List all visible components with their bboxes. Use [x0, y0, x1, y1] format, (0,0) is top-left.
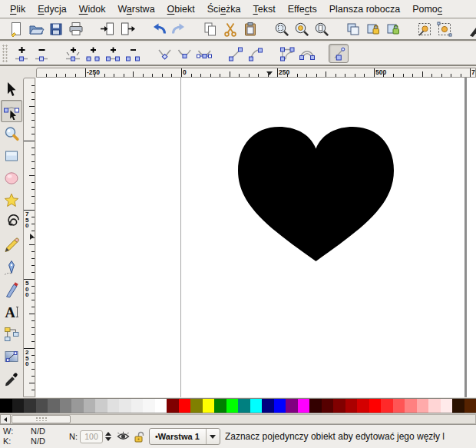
edit-clone-icon[interactable]	[435, 20, 455, 39]
palette-swatch[interactable]	[309, 399, 322, 413]
drawing-canvas[interactable]	[36, 78, 476, 397]
palette-swatch[interactable]	[155, 399, 167, 413]
heart-shape[interactable]	[238, 127, 394, 261]
join-with-segment-icon[interactable]	[103, 44, 123, 63]
spin-down-icon[interactable]	[105, 437, 111, 441]
horizontal-ruler[interactable]: -2500250500750	[36, 68, 476, 78]
pen-tool-button[interactable]	[1, 256, 22, 278]
menu-tekst[interactable]: Tekst	[247, 1, 282, 18]
zoom-tool-button[interactable]	[1, 122, 22, 144]
star-tool-button[interactable]	[1, 189, 22, 211]
menu-pomoc[interactable]: Pomoc	[406, 1, 448, 18]
new-document-icon[interactable]	[6, 20, 26, 39]
palette-swatch[interactable]	[190, 399, 203, 413]
layer-lock-toggle[interactable]	[134, 431, 144, 443]
object-to-path-icon[interactable]	[277, 44, 297, 63]
menu-plik[interactable]: Plik	[4, 1, 31, 18]
fill-stroke-dialog-icon[interactable]	[466, 20, 476, 39]
palette-scroll-left-button[interactable]	[0, 414, 11, 424]
palette-swatch[interactable]	[71, 399, 84, 413]
palette-swatch[interactable]	[24, 399, 36, 413]
create-clone-icon[interactable]	[363, 20, 383, 39]
zoom-page-icon[interactable]	[312, 20, 332, 39]
palette-swatch[interactable]	[179, 399, 191, 413]
fill-stroke-indicator[interactable]: W: N/D K: N/D	[3, 426, 69, 446]
palette-swatch[interactable]	[48, 399, 60, 413]
delete-segment-icon[interactable]	[123, 44, 143, 63]
palette-swatch[interactable]	[274, 399, 286, 413]
node-cusp-icon[interactable]	[154, 44, 174, 63]
palette-swatch[interactable]	[95, 399, 107, 413]
zoom-selection-icon[interactable]	[272, 20, 292, 39]
stroke-to-path-icon[interactable]	[297, 44, 317, 63]
vertical-ruler[interactable]: 7 5 05 0 02 5 0	[23, 78, 35, 397]
palette-swatch[interactable]	[357, 399, 369, 413]
palette-swatch[interactable]	[60, 399, 72, 413]
cut-icon[interactable]	[220, 20, 240, 39]
spin-up-icon[interactable]	[105, 432, 111, 436]
text-tool-button[interactable]: A	[1, 300, 22, 323]
layer-selector[interactable]: •Warstwa 1	[149, 428, 220, 445]
menu-obiekt[interactable]: Obiekt	[161, 1, 201, 18]
palette-swatch[interactable]	[250, 399, 263, 413]
palette-swatch[interactable]	[405, 399, 417, 413]
menu-plansza-robocza[interactable]: Plansza robocza	[323, 1, 406, 18]
palette-swatch[interactable]	[441, 399, 453, 413]
pencil-tool-button[interactable]	[1, 234, 22, 256]
menu-effects[interactable]: Effects	[282, 1, 323, 18]
palette-swatch[interactable]	[238, 399, 250, 413]
menu-edycja[interactable]: Edycja	[31, 1, 73, 18]
spiral-tool-button[interactable]	[1, 211, 22, 234]
palette-swatch[interactable]	[298, 399, 310, 413]
join-nodes-icon[interactable]	[63, 44, 83, 63]
calligraphy-tool-button[interactable]	[1, 278, 22, 300]
show-handles-icon[interactable]	[329, 44, 349, 63]
save-document-icon[interactable]	[46, 20, 66, 39]
palette-swatch[interactable]	[381, 399, 393, 413]
palette-swatch[interactable]	[131, 399, 144, 413]
palette-swatch[interactable]	[107, 399, 120, 413]
break-nodes-icon[interactable]	[83, 44, 103, 63]
node-smooth-icon[interactable]	[174, 44, 194, 63]
palette-swatch[interactable]	[417, 399, 429, 413]
node-tool-button[interactable]	[1, 100, 22, 122]
ellipse-tool-button[interactable]	[1, 167, 22, 189]
palette-swatch[interactable]	[369, 399, 382, 413]
selector-tool-button[interactable]	[1, 78, 22, 100]
rectangle-tool-button[interactable]	[1, 144, 22, 167]
duplicate-icon[interactable]	[343, 20, 363, 39]
copy-icon[interactable]	[200, 20, 220, 39]
menu-widok[interactable]: Widok	[73, 1, 112, 18]
gradient-tool-button[interactable]	[1, 345, 22, 367]
print-document-icon[interactable]	[66, 20, 86, 39]
toolbar-grip[interactable]	[2, 45, 8, 62]
opacity-input[interactable]: 100	[80, 430, 103, 443]
segment-line-icon[interactable]	[226, 44, 246, 63]
palette-swatch[interactable]	[36, 399, 48, 413]
palette-swatch[interactable]	[214, 399, 226, 413]
paste-icon[interactable]	[240, 20, 260, 39]
menu-warstwa[interactable]: Warstwa	[111, 1, 160, 18]
import-document-icon[interactable]	[98, 20, 117, 39]
menu-ścieżka[interactable]: Ścieżka	[201, 1, 247, 18]
palette-swatch[interactable]	[226, 399, 239, 413]
palette-swatch[interactable]	[262, 399, 274, 413]
delete-node-icon[interactable]	[31, 44, 51, 63]
export-document-icon[interactable]	[117, 20, 137, 39]
insert-node-icon[interactable]	[12, 44, 31, 63]
palette-swatch[interactable]	[84, 399, 96, 413]
unlink-clone-icon[interactable]	[383, 20, 403, 39]
palette-swatch[interactable]	[345, 399, 358, 413]
palette-swatch[interactable]	[322, 399, 334, 413]
segment-curve-icon[interactable]	[246, 44, 266, 63]
dropper-tool-button[interactable]	[1, 367, 22, 390]
palette-swatch[interactable]	[203, 399, 215, 413]
node-symmetric-icon[interactable]	[194, 44, 214, 63]
palette-swatch[interactable]	[143, 399, 155, 413]
select-original-icon[interactable]	[415, 20, 435, 39]
palette-swatch[interactable]	[12, 399, 25, 413]
palette-swatch[interactable]	[393, 399, 405, 413]
palette-swatch[interactable]	[428, 399, 441, 413]
chevron-down-icon[interactable]	[207, 435, 220, 439]
palette-swatch[interactable]	[286, 399, 298, 413]
